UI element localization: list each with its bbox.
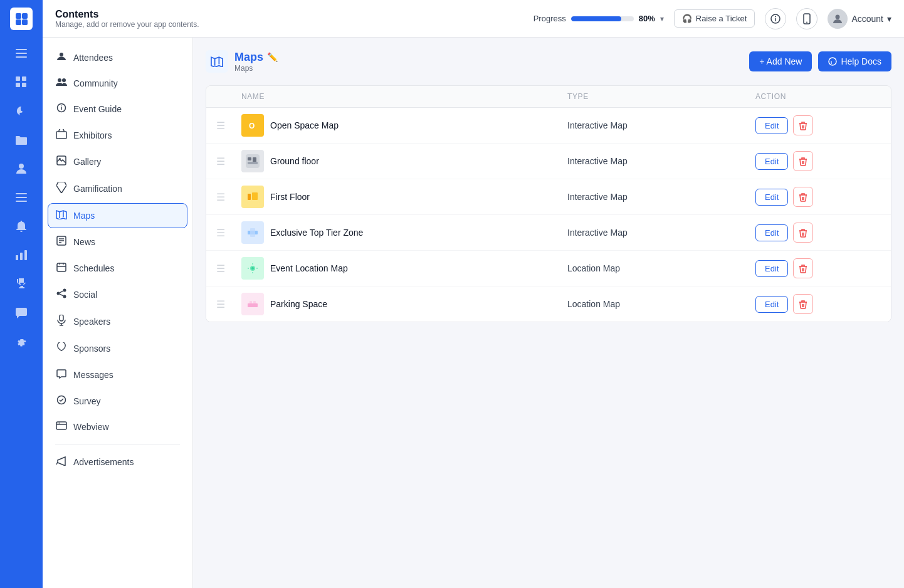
sidebar-label-maps: Maps: [73, 211, 95, 221]
svg-text:i: i: [831, 60, 832, 65]
svg-point-44: [57, 292, 60, 295]
sidebar-item-messages[interactable]: Messages: [48, 362, 187, 387]
sidebar-item-gamification[interactable]: Gamification: [48, 176, 187, 202]
rail-icon-menu[interactable]: [8, 40, 34, 66]
gamification-icon: [56, 182, 67, 196]
map-thumbnail: [241, 293, 264, 315]
social-icon: [56, 288, 67, 301]
news-icon: [56, 236, 67, 248]
sidebar-item-exhibitors[interactable]: Exhibitors: [48, 123, 187, 148]
help-docs-button[interactable]: i Help Docs: [818, 51, 891, 71]
icon-rail: [0, 0, 43, 588]
drag-handle[interactable]: ☰: [216, 263, 241, 275]
sidebar-label-sponsors: Sponsors: [73, 344, 110, 354]
delete-button[interactable]: [793, 223, 813, 243]
svg-rect-4: [16, 49, 27, 50]
sidebar-item-webview[interactable]: Webview: [48, 415, 187, 439]
sidebar-label-webview: Webview: [73, 422, 109, 432]
header-title-section: Contents Manage, add or remove your app …: [55, 9, 523, 29]
rail-icon-palette[interactable]: [8, 98, 34, 124]
mobile-preview-button[interactable]: [796, 8, 817, 29]
map-type: Location Map: [567, 299, 755, 309]
sidebar-item-survey[interactable]: Survey: [48, 389, 187, 414]
rail-icon-list[interactable]: [8, 184, 34, 211]
rail-icon-person[interactable]: [8, 155, 34, 182]
col-header-type: Type: [567, 92, 755, 101]
sidebar-item-speakers[interactable]: Speakers: [48, 308, 187, 335]
sidebar-label-survey: Survey: [73, 396, 101, 406]
raise-ticket-button[interactable]: 🎧 Raise a Ticket: [674, 9, 755, 28]
svg-rect-81: [250, 301, 252, 303]
rail-icon-folder[interactable]: [8, 127, 34, 153]
map-type: Interactive Map: [567, 228, 755, 238]
sidebar-item-sponsors[interactable]: Sponsors: [48, 336, 187, 361]
svg-rect-30: [56, 132, 66, 139]
svg-rect-65: [248, 162, 258, 164]
advertisements-icon: [56, 456, 67, 468]
sidebar-label-messages: Messages: [73, 370, 113, 380]
svg-point-43: [63, 289, 66, 292]
drag-handle[interactable]: ☰: [216, 120, 241, 132]
svg-rect-67: [248, 194, 251, 200]
rail-icon-apps[interactable]: [8, 69, 34, 95]
drag-handle[interactable]: ☰: [216, 227, 241, 239]
svg-point-26: [62, 78, 66, 82]
sidebar-item-maps[interactable]: Maps: [48, 203, 187, 228]
edit-button[interactable]: Edit: [755, 260, 788, 277]
edit-button[interactable]: Edit: [755, 189, 788, 206]
drag-handle[interactable]: ☰: [216, 191, 241, 203]
svg-rect-9: [16, 83, 20, 87]
sidebar-item-eventguide[interactable]: Event Guide: [48, 97, 187, 122]
progress-section: Progress 80% ▾: [533, 14, 664, 23]
delete-button[interactable]: [793, 258, 813, 278]
drag-handle[interactable]: ☰: [216, 155, 241, 167]
svg-rect-10: [22, 83, 26, 87]
progress-bar-inner: [571, 16, 621, 21]
attendees-icon: [56, 51, 67, 64]
map-name-cell: O Open Space Map: [241, 114, 567, 137]
rail-icon-chat[interactable]: [8, 300, 34, 326]
sidebar-item-social[interactable]: Social: [48, 282, 187, 307]
delete-button[interactable]: [793, 151, 813, 171]
edit-button[interactable]: Edit: [755, 117, 788, 134]
account-button[interactable]: Account ▾: [828, 9, 891, 29]
svg-rect-14: [16, 201, 27, 202]
delete-button[interactable]: [793, 294, 813, 314]
rail-icon-trophy[interactable]: [8, 271, 34, 297]
rail-icon-bell[interactable]: [8, 213, 34, 239]
edit-button[interactable]: Edit: [755, 224, 788, 241]
svg-rect-6: [16, 56, 27, 58]
delete-button[interactable]: [793, 187, 813, 207]
col-header-name: Name: [241, 92, 567, 101]
sidebar-item-news[interactable]: News: [48, 229, 187, 255]
community-icon: [56, 78, 67, 89]
svg-rect-19: [775, 18, 777, 21]
map-name-cell: Parking Space: [241, 293, 567, 315]
page-header: Maps ✏️ Maps + Add New i Help Docs: [206, 50, 891, 73]
table-row: ☰ Exclusive Top Tier Zone Interactive Ma…: [206, 215, 891, 251]
add-new-button[interactable]: + Add New: [749, 51, 812, 71]
edit-button[interactable]: Edit: [755, 296, 788, 313]
rail-icon-barchart[interactable]: [8, 242, 34, 268]
edit-button[interactable]: Edit: [755, 153, 788, 170]
page-icon: [206, 50, 228, 73]
sidebar-item-schedules[interactable]: Schedules: [48, 256, 187, 281]
sidebar-item-attendees[interactable]: Attendees: [48, 45, 187, 70]
edit-title-icon[interactable]: ✏️: [267, 52, 278, 62]
progress-dropdown-button[interactable]: ▾: [660, 14, 664, 23]
map-thumbnail: O: [241, 114, 264, 137]
account-dropdown-icon: ▾: [887, 14, 891, 24]
sidebar-item-advertisements[interactable]: Advertisements: [48, 449, 187, 475]
schedules-icon: [56, 262, 67, 275]
svg-point-55: [59, 423, 60, 424]
drag-handle[interactable]: ☰: [216, 298, 241, 310]
table-row: ☰ First Floor Interactive Map Edit: [206, 179, 891, 215]
sidebar-item-gallery[interactable]: Gallery: [48, 149, 187, 174]
info-button[interactable]: [765, 8, 786, 29]
delete-button[interactable]: [793, 115, 813, 135]
rail-icon-gear[interactable]: [8, 328, 34, 355]
table-actions: Edit: [755, 258, 881, 278]
app-logo[interactable]: [10, 8, 33, 30]
sidebar-label-gamification: Gamification: [73, 184, 122, 194]
sidebar-item-community[interactable]: Community: [48, 71, 187, 95]
